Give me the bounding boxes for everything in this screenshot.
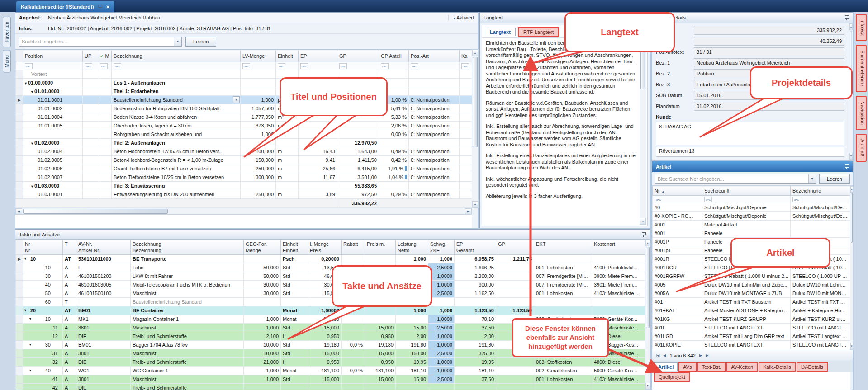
scroll-thumb[interactable] <box>850 31 852 85</box>
scroll-thumb[interactable] <box>640 47 645 89</box>
grid-row[interactable]: #005ADulux DW10 mit MONTAGE u ZUBDulux D… <box>653 289 850 298</box>
column-header[interactable]: Ka <box>460 50 472 62</box>
grid-row[interactable]: #01LSTEELCO mit LANGTEXTSTEELCO mit LANG… <box>653 324 850 332</box>
column-header[interactable] <box>16 240 23 255</box>
column-header[interactable]: LV-Menge <box>241 50 276 62</box>
grid-row[interactable]: #0 KOPIE - RO...Schüttgut/Mischgut/Depon… <box>653 212 850 221</box>
field-value[interactable]: 31 / 31 <box>694 47 844 56</box>
grid-row[interactable]: #01KGArtikel TEST KURZ GRUPPArtikel TEST… <box>653 315 850 324</box>
column-header[interactable]: GP Anteil <box>379 50 409 62</box>
scroll-up-icon[interactable]: ▲ <box>645 240 650 246</box>
langtext-scrollbar[interactable]: ▲ ▼ <box>640 39 646 225</box>
field-value[interactable]: 01.02.2016 <box>694 102 844 111</box>
grid-row[interactable]: #001Paneele <box>653 229 850 238</box>
grid-row[interactable]: #001RSTEELCO RabattSTEELCO Rabatt ( 100 … <box>653 255 850 263</box>
grid-row[interactable]: #01LGDArtikel TEST mit Lang Dim GRP text… <box>653 332 850 341</box>
tab-lv-details[interactable]: LV-Details <box>797 362 828 372</box>
scroll-thumb[interactable] <box>473 57 478 147</box>
document-tab[interactable]: Kalkulationseditor ([Standard]) ✕ <box>16 1 114 12</box>
scroll-down-icon[interactable]: ▼ <box>850 343 853 349</box>
grid-row[interactable]: #01+KATArtikel Muster ADD ONE + Kategori… <box>653 306 850 315</box>
column-header[interactable]: Einheit <box>276 50 299 62</box>
grid-row[interactable]: #001Material Artikel <box>653 221 850 229</box>
grid-row[interactable]: #001RGRSTEELCO RabattSTEELCO Rabatt ( 10… <box>653 263 850 272</box>
grid-row[interactable]: 42ADIETreib- und Schmierstoffe <box>16 384 645 390</box>
search-input[interactable] <box>19 37 174 46</box>
grid-row[interactable]: 01.01.0004Boden Klasse 3-4 lösen und abf… <box>16 113 472 122</box>
grid-row[interactable]: #01LKOPIESTEELCO mit LANGTEXTSTEELCO mit… <box>653 341 850 349</box>
column-header[interactable]: Bezeichnung <box>112 50 241 62</box>
grid-row[interactable]: ▾10AMK1Magazin-Container 11,000Monat78,1… <box>16 315 645 324</box>
column-header[interactable]: Suchbegriff <box>702 186 791 196</box>
dock-tab-infotext[interactable]: Infotext <box>856 14 867 41</box>
grid-row[interactable]: ▾20ATBE01BE ContainerMonat1,000001,0001,… <box>16 306 645 315</box>
dropdown-icon[interactable]: ▼ <box>808 174 816 183</box>
positions-vscrollbar[interactable]: ▲ ▼ <box>472 49 479 208</box>
grid-row[interactable]: ▾40AWC1WC-Container 11,000Monat181,1000,… <box>16 367 645 375</box>
grid-row[interactable]: 40A461001603005Mobil-Telescopkran Fuchs … <box>16 281 645 289</box>
column-header[interactable]: Position <box>23 50 83 62</box>
grid-row[interactable]: 10ALLohn50,000Std13,5702,50001.696,25001… <box>16 263 645 272</box>
close-icon[interactable]: ✕ <box>106 5 109 9</box>
scroll-thumb[interactable] <box>23 209 168 214</box>
column-header[interactable] <box>16 50 23 62</box>
artikel-search-combo[interactable]: ▼ <box>655 174 816 184</box>
search-combo[interactable]: ▼ <box>19 37 182 47</box>
tab-rtf-langtext[interactable]: RTF-Langtext <box>518 27 559 37</box>
aktiviert-dropdown[interactable]: ▾ Aktiviert <box>448 15 474 20</box>
grid-row[interactable]: ▾ 01.01.0000Titel 1: Erdarbeiten <box>16 87 472 96</box>
column-header[interactable]: GP <box>337 50 379 62</box>
grid-row[interactable]: 01.03.0001Entwässerungsleitung bis DN 20… <box>16 190 472 199</box>
artikel-scrollbar[interactable]: ▲ ▼ <box>850 186 854 350</box>
grid-row[interactable]: 01.02.0007Beton-Tiefbordsteine 10/25 cm … <box>16 173 472 182</box>
field-value[interactable]: 40.252,49 <box>694 37 844 46</box>
tab-avs[interactable]: AVs <box>678 362 696 372</box>
artikel-clear-button[interactable]: Leeren <box>819 174 850 184</box>
pager-first-button[interactable]: |◀ <box>656 353 659 357</box>
pager-last-button[interactable]: ▶| <box>706 353 709 357</box>
grid-row[interactable]: #005Dulux DW10 mit LohnMin und Zube...Du… <box>653 281 850 289</box>
column-header[interactable]: GP <box>496 240 534 255</box>
tab-kalk-details[interactable]: Kalk.-Details <box>759 362 796 372</box>
column-header[interactable]: LeistungNetto <box>396 240 428 255</box>
grid-row[interactable]: 01.02.0005Beton-Hochbord-Bogenstein R = … <box>16 156 472 164</box>
takte-scrollbar[interactable]: ▲ ▼ <box>645 240 650 390</box>
pin-icon[interactable] <box>844 164 849 169</box>
grid-row[interactable]: 30A461001501200LKW 8t mit Fahrer50,000St… <box>16 272 645 281</box>
scroll-down-icon[interactable]: ▼ <box>640 218 646 224</box>
clear-button[interactable]: Leeren <box>185 37 216 47</box>
tab-av-ketten[interactable]: AV-Ketten <box>726 362 758 372</box>
tab-langtext[interactable]: Langtext <box>485 28 516 36</box>
tab-artikel[interactable]: Artikel <box>654 362 678 371</box>
column-header[interactable]: Kostenart <box>592 240 645 255</box>
column-header[interactable]: AV-Nr.Artikel-Nr. <box>76 240 131 255</box>
grid-row[interactable]: #001p1Paneele <box>653 246 850 255</box>
grid-row[interactable]: 41A3801Maschinist1,000Std15,00015,00015,… <box>16 375 645 384</box>
grid-row[interactable]: Vortext <box>16 70 472 79</box>
projektdetails-scrollbar[interactable]: ▲ ▼ <box>849 23 853 160</box>
scroll-right-icon[interactable]: ▶ <box>465 208 471 214</box>
dock-tab-aufmass[interactable]: Aufmaß <box>856 134 867 162</box>
column-header[interactable]: Pos.-Art <box>409 50 460 62</box>
grid-row[interactable]: ▶01.01.0001Baustelleneinrichtung Standar… <box>16 96 472 104</box>
scroll-up-icon[interactable]: ▲ <box>640 39 646 46</box>
column-header[interactable]: UP <box>83 50 98 62</box>
column-header[interactable]: EP <box>299 50 337 62</box>
field-value[interactable]: 15.01.2016 <box>694 91 844 100</box>
grid-row[interactable]: 01.02.0006Granit-Tiefbordsteine B7 mit F… <box>16 164 472 173</box>
column-header[interactable]: EinheitEinheit <box>281 240 308 255</box>
field-value[interactable]: Erdarbeiten / Außenanlagen <box>694 80 844 89</box>
sidebar-tab-favoriten[interactable]: Favoriten <box>3 17 11 47</box>
grid-row[interactable]: 01.01.0002Bodenaushub für Rohrgraben DN … <box>16 104 472 113</box>
pager-prev-button[interactable]: ◀ <box>663 353 666 357</box>
sidebar-tab-menue[interactable]: Menü <box>3 50 11 73</box>
column-header[interactable]: Nr▲ <box>653 186 702 196</box>
grid-row[interactable]: ▾ 01.00.0000Los 1 - Außenanlagen <box>16 79 472 87</box>
kunde-name-box[interactable]: STRABAG AG <box>656 122 844 145</box>
field-value[interactable]: Neubau Ärztehaus Wohngebiet Meierteich <box>694 58 844 67</box>
grid-row[interactable]: 32ADIETreib- und Schmierstoffe21,000l0,9… <box>16 358 645 367</box>
artikel-search-input[interactable] <box>655 174 808 183</box>
scroll-left-icon[interactable]: ◀ <box>16 208 22 214</box>
column-header[interactable]: Bezeichnung <box>791 186 850 196</box>
column-header[interactable]: NrNr <box>23 240 63 255</box>
